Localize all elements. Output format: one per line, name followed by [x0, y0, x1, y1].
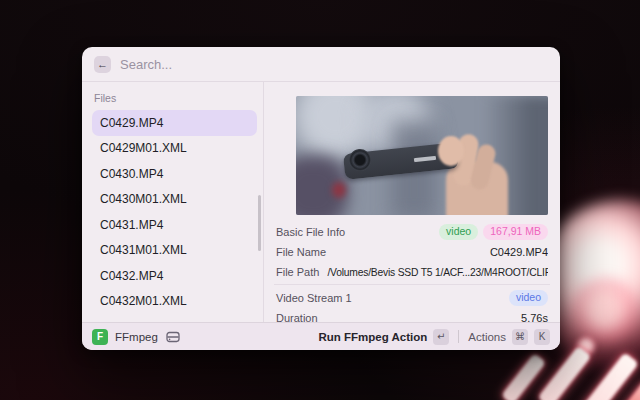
file-list-item[interactable]: C0430.MP4 [92, 161, 257, 187]
basic-info-badges: video 167,91 MB [439, 224, 548, 241]
desktop-background: { "window": { "search": { "placeholder":… [0, 0, 640, 400]
video-stream-badges: video [509, 290, 548, 307]
file-list-item[interactable]: C0429.MP4 [92, 110, 257, 136]
file-list-sidebar: Files C0429.MP4 C0429M01.XML C0430.MP4 C… [82, 82, 264, 322]
action-bar-divider [458, 330, 459, 343]
run-ffmpeg-action-button[interactable]: Run FFmpeg Action [318, 331, 427, 343]
action-bar-right: Run FFmpeg Action ↵ Actions ⌘ K [318, 329, 550, 345]
file-path-label: File Path [276, 266, 319, 278]
preview-hand-thumb [438, 136, 464, 166]
neon-light-glow-inner [570, 275, 640, 345]
search-bar: ← Search... [82, 47, 560, 82]
video-stream-label: Video Stream 1 [276, 292, 352, 304]
video-preview [296, 96, 548, 215]
file-list-item[interactable]: C0432.MP4 [92, 263, 257, 289]
file-list-item[interactable]: C0430M01.XML [92, 187, 257, 213]
type-badge: video [439, 224, 478, 241]
back-arrow-icon: ← [97, 59, 108, 70]
actions-menu-button[interactable]: Actions [468, 331, 506, 343]
file-list-item[interactable]: C0433.MP4 [92, 314, 257, 322]
metadata-row-basic-info: Basic File Info video 167,91 MB [276, 222, 548, 242]
back-button[interactable]: ← [94, 56, 111, 73]
file-list-item[interactable]: C0429M01.XML [92, 136, 257, 162]
metadata-separator [274, 284, 550, 285]
ffmpeg-app-icon: F [92, 329, 108, 345]
sidebar-scrollbar[interactable] [258, 195, 261, 251]
metadata-row-file-path: File Path /Volumes/Bevis SSD T5 1/ACF...… [276, 262, 548, 282]
file-path-value: /Volumes/Bevis SSD T5 1/ACF...23/M4ROOT/… [327, 267, 548, 278]
file-name-value: C0429.MP4 [334, 246, 548, 258]
bottom-action-bar: F FFmpeg Run FFmpeg Action ↵ Actions ⌘ K [82, 322, 560, 350]
file-detail-panel: Basic File Info video 167,91 MB File Nam… [264, 82, 560, 322]
ffmpeg-icon-letter: F [97, 331, 103, 342]
files-section-label: Files [94, 92, 257, 104]
metadata-list: Basic File Info video 167,91 MB File Nam… [264, 218, 560, 328]
file-list-item[interactable]: C0432M01.XML [92, 289, 257, 315]
size-badge: 167,91 MB [483, 224, 548, 241]
file-name-label: File Name [276, 246, 326, 258]
k-key-icon: K [534, 329, 550, 345]
file-list-item[interactable]: C0431.MP4 [92, 212, 257, 238]
search-input[interactable]: Search... [120, 57, 172, 72]
file-list-item[interactable]: C0431M01.XML [92, 238, 257, 264]
return-key-icon: ↵ [433, 329, 449, 345]
ffmpeg-extension-window: ← Search... Files C0429.MP4 C0429M01.XML… [82, 47, 560, 350]
app-name: FFmpeg [115, 331, 158, 343]
command-key-icon: ⌘ [512, 329, 528, 345]
stream-type-badge: video [509, 290, 548, 307]
preview-red-detail [332, 182, 346, 198]
drive-icon [166, 331, 180, 343]
metadata-row-video-stream: Video Stream 1 video [276, 288, 548, 308]
basic-info-label: Basic File Info [276, 226, 345, 238]
metadata-row-file-name: File Name C0429.MP4 [276, 242, 548, 262]
window-content: Files C0429.MP4 C0429M01.XML C0430.MP4 C… [82, 82, 560, 322]
